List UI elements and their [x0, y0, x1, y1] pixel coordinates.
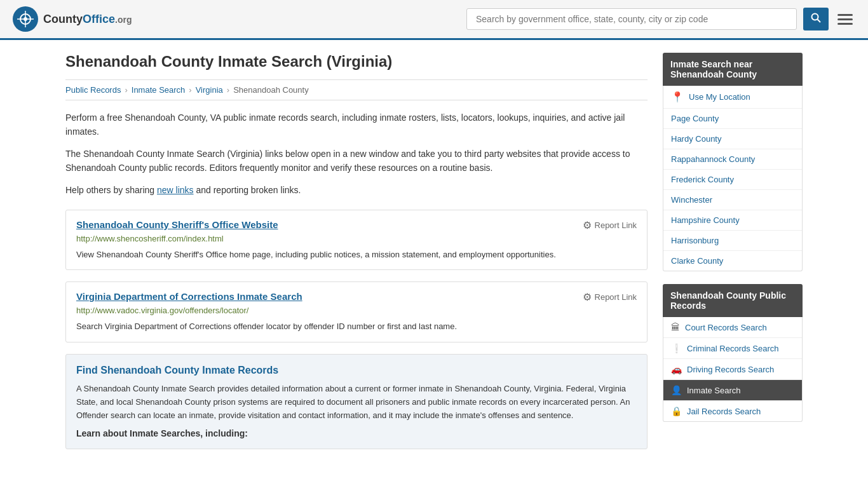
page-title: Shenandoah County Inmate Search (Virgini…: [65, 53, 648, 71]
main-container: Shenandoah County Inmate Search (Virgini…: [53, 40, 815, 472]
link-card-header-1: Virginia Department of Corrections Inmat…: [76, 291, 637, 303]
logo-icon: [13, 6, 38, 32]
criminal-records-link[interactable]: Criminal Records Search: [687, 344, 779, 353]
harrisonburg-link[interactable]: Harrisonburg: [671, 236, 719, 245]
sidebar-item-hampshire-county[interactable]: Hampshire County: [663, 210, 802, 231]
breadcrumb-sep-3: ›: [227, 85, 229, 95]
link-card-title-0[interactable]: Shenandoah County Sheriff's Office Websi…: [76, 219, 278, 230]
menu-button[interactable]: [835, 11, 855, 27]
search-button[interactable]: [803, 8, 829, 30]
sidebar-item-rappahannock-county[interactable]: Rappahannock County: [663, 149, 802, 170]
link-card-title-1[interactable]: Virginia Department of Corrections Inmat…: [76, 291, 302, 302]
rappahannock-county-link[interactable]: Rappahannock County: [671, 154, 755, 164]
location-dot-icon: 📍: [671, 91, 684, 103]
intro-paragraph-1: Perform a free Shenandoah County, VA pub…: [65, 111, 648, 139]
sidebar-item-court-records[interactable]: 🏛 Court Records Search: [663, 317, 802, 338]
sidebar-item-clarke-county[interactable]: Clarke County: [663, 251, 802, 271]
svg-line-6: [818, 20, 821, 23]
link-card-header-0: Shenandoah County Sheriff's Office Websi…: [76, 219, 637, 231]
link-card-url-0[interactable]: http://www.shencosheriff.com/index.html: [76, 234, 637, 243]
sidebar-records-list: 🏛 Court Records Search ❕ Criminal Record…: [663, 317, 803, 422]
sidebar-item-inmate-search[interactable]: 👤 Inmate Search: [663, 380, 802, 401]
sidebar-item-use-location[interactable]: 📍 Use My Location: [663, 86, 802, 109]
sidebar-records-section: Shenandoah County Public Records 🏛 Court…: [663, 284, 803, 422]
sidebar-item-jail-records[interactable]: 🔒 Jail Records Search: [663, 401, 802, 421]
report-link-btn-1[interactable]: ⚙ Report Link: [583, 291, 637, 303]
inmate-search-label: Inmate Search: [687, 386, 741, 395]
help-pre-text: Help others by sharing: [65, 185, 157, 195]
sidebar: Inmate Search near Shenandoah County 📍 U…: [663, 53, 803, 459]
link-card-0: Shenandoah County Sheriff's Office Websi…: [65, 210, 648, 271]
info-section: Find Shenandoah County Inmate Records A …: [65, 354, 648, 449]
criminal-records-icon: ❕: [671, 343, 682, 353]
logo-area: CountyOffice.org: [13, 6, 132, 32]
page-county-link[interactable]: Page County: [671, 114, 719, 123]
sidebar-item-driving-records[interactable]: 🚗 Driving Records Search: [663, 359, 802, 380]
clarke-county-link[interactable]: Clarke County: [671, 256, 723, 266]
driving-records-link[interactable]: Driving Records Search: [687, 365, 774, 374]
logo-text: CountyOffice.org: [43, 13, 132, 26]
hardy-county-link[interactable]: Hardy County: [671, 134, 721, 144]
info-section-title: Find Shenandoah County Inmate Records: [76, 365, 637, 376]
breadcrumb-virginia[interactable]: Virginia: [196, 85, 223, 95]
use-my-location-link[interactable]: Use My Location: [689, 92, 750, 102]
sidebar-records-header: Shenandoah County Public Records: [663, 284, 803, 317]
report-icon-1: ⚙: [583, 291, 592, 303]
sidebar-nearby-header: Inmate Search near Shenandoah County: [663, 53, 803, 86]
link-card-1: Virginia Department of Corrections Inmat…: [65, 281, 648, 342]
search-input[interactable]: [466, 8, 797, 30]
sidebar-item-winchester[interactable]: Winchester: [663, 190, 802, 210]
report-link-label-0: Report Link: [595, 220, 637, 230]
report-icon-0: ⚙: [583, 219, 592, 231]
sidebar-item-page-county[interactable]: Page County: [663, 109, 802, 129]
report-link-btn-0[interactable]: ⚙ Report Link: [583, 219, 637, 231]
header: CountyOffice.org: [0, 0, 868, 40]
jail-records-link[interactable]: Jail Records Search: [687, 407, 761, 416]
court-records-link[interactable]: Court Records Search: [685, 323, 767, 332]
frederick-county-link[interactable]: Frederick County: [671, 175, 734, 184]
driving-records-icon: 🚗: [671, 364, 682, 374]
link-card-desc-1: Search Virginia Department of Correction…: [76, 320, 637, 333]
breadcrumb-sep-2: ›: [189, 85, 191, 95]
info-section-text: A Shenandoah County Inmate Search provid…: [76, 383, 637, 422]
hampshire-county-link[interactable]: Hampshire County: [671, 215, 740, 225]
winchester-link[interactable]: Winchester: [671, 195, 712, 205]
report-link-label-1: Report Link: [595, 292, 637, 302]
link-card-url-1[interactable]: http://www.vadoc.virginia.gov/offenders/…: [76, 306, 637, 315]
court-records-icon: 🏛: [671, 322, 680, 332]
jail-records-icon: 🔒: [671, 406, 682, 416]
breadcrumb-county: Shenandoah County: [233, 85, 309, 95]
content-area: Shenandoah County Inmate Search (Virgini…: [65, 53, 648, 459]
help-text: Help others by sharing new links and rep…: [65, 183, 648, 197]
sidebar-nearby-list: 📍 Use My Location Page County Hardy Coun…: [663, 86, 803, 271]
sidebar-item-harrisonburg[interactable]: Harrisonburg: [663, 231, 802, 251]
svg-point-5: [812, 14, 818, 20]
sidebar-item-frederick-county[interactable]: Frederick County: [663, 170, 802, 190]
intro-paragraph-2: The Shenandoah County Inmate Search (Vir…: [65, 147, 648, 175]
sidebar-nearby-section: Inmate Search near Shenandoah County 📍 U…: [663, 53, 803, 271]
help-post-text: and reporting broken links.: [194, 185, 301, 195]
breadcrumb-inmate-search[interactable]: Inmate Search: [132, 85, 186, 95]
info-section-subtitle: Learn about Inmate Searches, including:: [76, 428, 637, 438]
search-area: [466, 8, 855, 30]
sidebar-item-criminal-records[interactable]: ❕ Criminal Records Search: [663, 338, 802, 359]
new-links-link[interactable]: new links: [157, 185, 194, 195]
sidebar-item-hardy-county[interactable]: Hardy County: [663, 129, 802, 149]
link-card-desc-0: View Shenandoah County Sheriff's Office …: [76, 248, 637, 261]
breadcrumb: Public Records › Inmate Search › Virgini…: [65, 79, 648, 100]
breadcrumb-sep-1: ›: [125, 85, 127, 95]
breadcrumb-public-records[interactable]: Public Records: [65, 85, 121, 95]
inmate-search-icon: 👤: [671, 385, 682, 395]
